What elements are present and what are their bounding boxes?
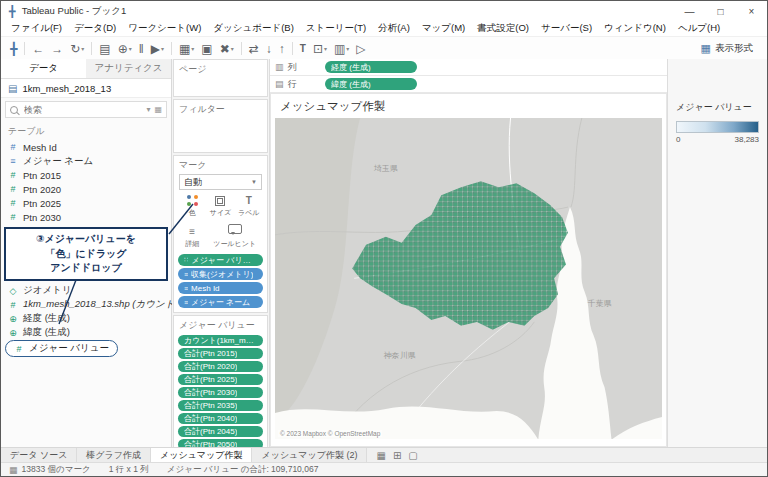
worksheet-area: ▥ 列 経度 (生成) ▤ 行 緯度 (生成) メッシュマップ作製 (270, 59, 667, 447)
pages-shelf[interactable]: ページ (173, 59, 268, 97)
view-toggle-icon[interactable]: ▦ (154, 105, 162, 114)
tab-data[interactable]: データ (1, 59, 86, 78)
undo-icon[interactable]: ← (32, 43, 44, 55)
pill-count-mesh[interactable]: カウント(1km_mesh_... (178, 335, 263, 346)
pill-sum-ptn2030[interactable]: 合計(Ptn 2030) (178, 387, 263, 398)
new-story-icon[interactable]: ▢ (408, 450, 417, 461)
pill-sum-ptn2020[interactable]: 合計(Ptn 2020) (178, 361, 263, 372)
pill-mesh-id[interactable]: ≡ Mesh Id (178, 282, 263, 294)
label-button[interactable]: T ラベル (235, 193, 263, 219)
clear-sheet-icon[interactable]: ✖▾ (220, 43, 234, 55)
tableau-home-icon[interactable]: ╋ (10, 43, 17, 55)
pill-measure-names[interactable]: ≡ メジャー ネーム (178, 296, 263, 308)
mark-type-dropdown[interactable]: 自動 ▼ (179, 174, 262, 190)
mark-labels-icon[interactable]: T (300, 44, 306, 54)
new-worksheet-icon[interactable]: ▦ (376, 450, 385, 461)
menu-worksheet[interactable]: ワークシート(W) (122, 22, 207, 35)
legend-gradient-bar[interactable] (676, 121, 759, 133)
menu-dashboard[interactable]: ダッシュボード(B) (207, 22, 300, 35)
new-worksheet-icon[interactable]: ▦▾ (179, 43, 194, 55)
field-ptn-2030[interactable]: # Ptn 2030 (1, 210, 171, 224)
color-button[interactable]: 色 (178, 193, 206, 219)
pause-updates-icon[interactable]: ‖ (139, 43, 144, 55)
pill-longitude[interactable]: 経度 (生成) (325, 61, 417, 73)
tab-analytics[interactable]: アナリティクス (86, 59, 171, 78)
show-cards-icon[interactable]: ▥▾ (334, 43, 349, 55)
toolbar-separator (171, 42, 172, 55)
search-icon (10, 106, 18, 114)
menu-map[interactable]: マップ(M) (416, 22, 471, 35)
menu-file[interactable]: ファイル(F) (5, 22, 68, 35)
tab-bar-chart[interactable]: 棒グラフ作成 (77, 448, 151, 462)
tab-data-source[interactable]: データ ソース (1, 448, 77, 462)
map-canvas[interactable]: 埼玉県 千葉県 神奈川県 © 2023 Mapbox © OpenStreetM… (275, 118, 662, 439)
minimize-button[interactable]: — (674, 1, 705, 21)
new-dashboard-icon[interactable]: ⊞ (393, 450, 401, 461)
pill-sum-ptn2015[interactable]: 合計(Ptn 2015) (178, 348, 263, 359)
save-icon[interactable]: ▤ (99, 43, 110, 55)
annotation-callout: ③メジャーバリューを 「色」にドラッグ アンドドロップ (4, 227, 168, 281)
tab-mesh-map[interactable]: メッシュマップ作製 (151, 448, 252, 462)
field-shp-count[interactable]: # 1km_mesh_2018_13.shp (カウント) (1, 298, 171, 312)
number-measure-icon: # (8, 170, 18, 180)
close-button[interactable]: × (736, 1, 767, 21)
sort-descending-icon[interactable]: ↑ (279, 43, 285, 55)
swap-axes-icon[interactable]: ⇄ (249, 43, 259, 55)
pill-measure-values-color[interactable]: ∷ メジャー バリュー (178, 254, 263, 266)
legend-title: メジャー バリュー (676, 101, 759, 114)
field-mesh-id[interactable]: # Mesh Id (1, 140, 171, 154)
sheet-tabs-bar: データ ソース 棒グラフ作成 メッシュマップ作製 メッシュマップ作製 (2) ▦… (1, 447, 767, 462)
menu-analysis[interactable]: 分析(A) (372, 22, 416, 35)
pill-sum-ptn2045[interactable]: 合計(Ptn 2045) (178, 426, 263, 437)
duplicate-sheet-icon[interactable]: ▣ (201, 43, 212, 55)
maximize-button[interactable]: □ (705, 1, 736, 21)
field-latitude[interactable]: ⊕ 緯度 (生成) (1, 326, 171, 340)
menu-format[interactable]: 書式設定(O) (471, 22, 535, 35)
field-measure-values-selected[interactable]: # メジャー バリュー (5, 340, 118, 357)
redo-icon[interactable]: → (51, 43, 63, 55)
field-measure-names[interactable]: ≡ メジャー ネーム (1, 154, 171, 168)
rows-shelf[interactable]: ▤ 行 緯度 (生成) (270, 76, 667, 93)
menu-help[interactable]: ヘルプ(H) (672, 22, 726, 35)
chevron-down-icon: ▼ (251, 179, 257, 185)
presentation-mode-icon[interactable]: ▷ (356, 43, 365, 55)
new-datasource-icon[interactable]: ⊕▾ (118, 43, 132, 55)
search-box[interactable]: ▾ ▦ (5, 101, 167, 118)
filters-shelf[interactable]: フィルター (173, 99, 268, 153)
pill-collect-geometry[interactable]: ≡ 収集(ジオメトリ) (178, 268, 263, 280)
menu-data[interactable]: データ(D) (68, 22, 122, 35)
color-legend[interactable]: メジャー バリュー 0 38,283 (676, 101, 759, 144)
show-me-button[interactable]: ▦ 表示形式 (696, 40, 758, 57)
field-ptn-2015[interactable]: # Ptn 2015 (1, 168, 171, 182)
menu-server[interactable]: サーバー(S) (535, 22, 598, 35)
pill-sum-ptn2035[interactable]: 合計(Ptn 2035) (178, 400, 263, 411)
tooltip-button[interactable]: ツールヒント (206, 220, 263, 250)
menu-window[interactable]: ウィンドウ(N) (598, 22, 672, 35)
field-ptn-2020[interactable]: # Ptn 2020 (1, 182, 171, 196)
filter-caret-icon[interactable]: ▾ (146, 105, 150, 114)
field-geometry[interactable]: ◇ ジオメトリ (1, 284, 171, 298)
datasource-row[interactable]: ▤ 1km_mesh_2018_13 (1, 79, 171, 98)
number-measure-icon: # (8, 198, 18, 208)
sort-ascending-icon[interactable]: ↓ (266, 43, 272, 55)
replay-icon[interactable]: ↻▾ (70, 43, 84, 55)
columns-shelf[interactable]: ▥ 列 経度 (生成) (270, 59, 667, 76)
detail-button[interactable]: ≡ 詳細 (178, 220, 206, 250)
pill-sum-ptn2025[interactable]: 合計(Ptn 2025) (178, 374, 263, 385)
run-updates-icon[interactable]: ▶▾ (151, 43, 164, 55)
pill-latitude[interactable]: 緯度 (生成) (325, 78, 417, 90)
field-ptn-2025[interactable]: # Ptn 2025 (1, 196, 171, 210)
search-input[interactable] (22, 104, 142, 116)
fit-view-icon[interactable]: ⊡▾ (313, 43, 327, 55)
field-longitude[interactable]: ⊕ 経度 (生成) (1, 312, 171, 326)
label-icon: T (246, 195, 252, 206)
menu-story[interactable]: ストーリー(T) (300, 22, 372, 35)
show-me-label: 表示形式 (715, 42, 753, 55)
status-rows-cols: 1 行 x 1 列 (109, 464, 149, 476)
marks-count-icon: ▦ (9, 465, 18, 475)
tables-section-label: テーブル (1, 121, 171, 140)
pill-sum-ptn2040[interactable]: 合計(Ptn 2040) (178, 413, 263, 424)
size-button[interactable]: サイズ (206, 193, 234, 219)
toolbar-separator (24, 42, 25, 55)
tab-mesh-map-2[interactable]: メッシュマップ作製 (2) (252, 448, 367, 462)
